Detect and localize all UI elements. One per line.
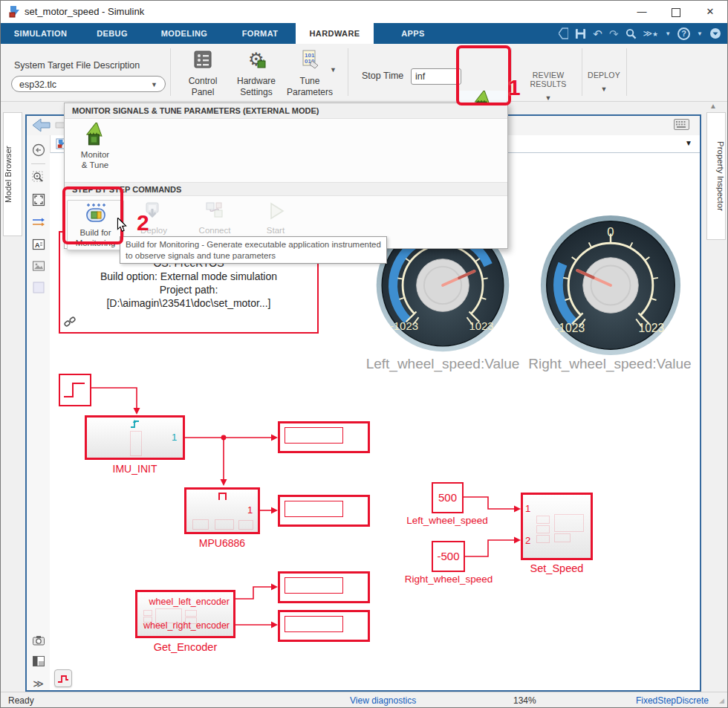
sample-time-legend-button[interactable]	[54, 669, 72, 687]
group-dropdown-icon[interactable]: ▼	[330, 66, 337, 74]
imu-init-block[interactable]	[85, 415, 185, 460]
back-arrow-icon[interactable]	[32, 118, 51, 132]
image-icon[interactable]	[27, 256, 50, 276]
area-icon[interactable]	[27, 278, 50, 297]
signal-routing-icon[interactable]	[27, 212, 50, 232]
stop-time-label: Stop Time	[362, 71, 403, 81]
mpu6886-block[interactable]	[184, 487, 260, 534]
help-dropdown-icon[interactable]: ▼	[697, 30, 703, 37]
favorites-icon[interactable]: ≫★	[643, 29, 659, 38]
minimize-button[interactable]: —	[625, 1, 659, 23]
solver-link[interactable]: FixedStepDiscrete	[636, 695, 709, 706]
camera-icon[interactable]	[27, 631, 50, 650]
tab-simulation[interactable]: SIMULATION	[1, 23, 80, 44]
control-panel-button[interactable]: ControlPanel	[176, 48, 230, 98]
breadcrumb-dropdown-icon[interactable]: ▼	[685, 139, 692, 147]
maximize-button[interactable]	[659, 1, 693, 23]
step-source-block[interactable]	[59, 374, 91, 406]
connect-command-button[interactable]: Connect	[191, 200, 238, 236]
help-icon[interactable]: ?	[677, 27, 690, 40]
ribbon-separator	[511, 48, 512, 96]
stf-combobox[interactable]: esp32.tlc ▼	[11, 76, 166, 92]
monitor-tune-dropdown-panel: MONITOR SIGNALS & TUNE PARAMETERS (EXTER…	[64, 103, 508, 249]
fit-to-view-icon[interactable]	[27, 190, 50, 210]
search-icon[interactable]	[625, 28, 637, 39]
monitor-tune-icon	[83, 123, 107, 146]
display-value-field	[285, 501, 343, 517]
collapse-panel-icon[interactable]: ▲	[709, 102, 717, 110]
ribbon-hardware-tab: System Target File Description esp32.tlc…	[1, 44, 727, 102]
property-inspector-tab[interactable]: Property Inspector	[706, 112, 726, 240]
ribbon-separator	[170, 48, 171, 96]
undo-icon[interactable]: ↶	[593, 28, 602, 39]
tab-hardware[interactable]: HARDWARE	[296, 23, 374, 44]
hardware-settings-icon: ⚙	[245, 48, 267, 71]
toolstrip-tab-bar: SIMULATION DEBUG MODELING FORMAT HARDWAR…	[1, 23, 727, 44]
simulink-logo-icon	[7, 5, 21, 19]
status-ready: Ready	[8, 695, 34, 706]
annotation-icon[interactable]: A	[27, 235, 50, 254]
hide-browser-icon[interactable]	[27, 140, 50, 160]
start-command-label: Start	[252, 225, 299, 236]
panel-monitor-tune-label-2: & Tune	[71, 160, 120, 170]
tooltip-line: to observe signals and tune parameters	[126, 250, 381, 262]
svg-text:-1023: -1023	[555, 322, 585, 334]
review-results-group[interactable]: REVIEW RESULTS ▼	[516, 71, 581, 102]
gauge-right-wheel-speed[interactable]: 0-10231023	[538, 212, 683, 358]
resize-grip[interactable]: ◢	[719, 697, 724, 704]
close-button[interactable]: ✕	[693, 1, 727, 23]
trigger-port-icon	[130, 419, 140, 429]
tab-apps[interactable]: APPS	[374, 23, 452, 44]
tune-parameters-label-1: Tune	[283, 76, 337, 87]
display-block-2[interactable]	[278, 495, 370, 527]
window-title: set_motor_speed - Simulink	[25, 6, 144, 17]
ribbon-separator	[582, 48, 582, 96]
stf-label: System Target File Description	[14, 60, 140, 71]
start-command-button[interactable]: Start	[252, 200, 299, 236]
save-icon[interactable]	[575, 28, 586, 39]
tab-format[interactable]: FORMAT	[224, 23, 296, 44]
build-for-monitoring-button[interactable]: Build for Monitoring	[67, 200, 124, 250]
quick-access-toolbar: ↶ ↷ ≫★ ▼ ? ▼	[559, 23, 721, 44]
tune-parameters-button[interactable]: 101 010 TuneParameters	[283, 48, 337, 98]
tab-modeling[interactable]: MODELING	[144, 23, 224, 44]
collapse-ribbon-icon[interactable]	[709, 27, 721, 39]
stop-time-input[interactable]	[411, 68, 461, 85]
zoom-level[interactable]: 134%	[513, 695, 536, 706]
deploy-command-button[interactable]: Deploy	[130, 200, 178, 236]
svg-text:1023: 1023	[469, 320, 494, 332]
display-value-field	[285, 427, 343, 444]
deploy-group[interactable]: DEPLOY ▼	[586, 71, 622, 93]
tooltip-line: Build for Monitoring - Generate executab…	[126, 239, 381, 250]
display-block-1[interactable]	[278, 421, 370, 453]
tab-debug[interactable]: DEBUG	[80, 23, 144, 44]
display-block-3[interactable]	[278, 571, 370, 603]
maximize-icon	[672, 8, 680, 17]
control-panel-label-1: Control	[176, 76, 230, 87]
panel-monitor-tune-item[interactable]: Monitor & Tune	[71, 123, 120, 170]
deploy-label: DEPLOY	[586, 71, 622, 79]
hardware-settings-button[interactable]: ⚙ HardwareSettings	[230, 48, 283, 98]
get-encoder-block[interactable]: wheel_left_encoder wheel_right_encoder	[135, 590, 235, 638]
favorites-dropdown-icon[interactable]: ▼	[665, 30, 671, 37]
link-icon	[64, 316, 76, 328]
display-block-4[interactable]	[278, 610, 370, 642]
set-speed-block[interactable]	[521, 493, 593, 560]
keyboard-icon[interactable]	[674, 119, 689, 130]
build-for-monitoring-icon	[85, 202, 107, 224]
connect-icon	[204, 200, 226, 222]
layout-icon[interactable]	[27, 652, 50, 671]
expand-palette-icon[interactable]: ≫	[27, 674, 50, 693]
redo-icon[interactable]: ↷	[609, 28, 619, 39]
tune-parameters-icon: 101 010	[299, 48, 321, 71]
deploy-icon	[143, 200, 165, 222]
hardware-settings-label-1: Hardware	[230, 76, 283, 87]
svg-text:A: A	[35, 241, 40, 249]
zoom-in-icon[interactable]	[27, 168, 50, 187]
model-browser-tab[interactable]: Model Browser	[3, 112, 22, 236]
constant-right-block[interactable]: -500	[432, 541, 465, 572]
title-bar: set_motor_speed - Simulink — ✕	[1, 1, 727, 24]
ribbon-separator	[348, 48, 348, 96]
constant-left-block[interactable]: 500	[432, 482, 464, 513]
view-diagnostics-link[interactable]: View diagnostics	[350, 695, 416, 706]
